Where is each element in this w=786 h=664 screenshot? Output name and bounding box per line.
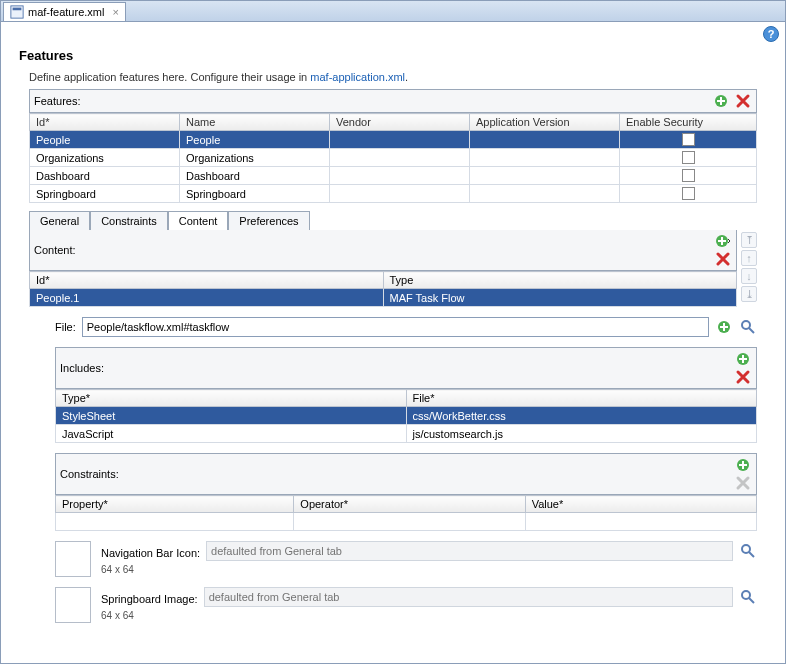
table-row[interactable]: SpringboardSpringboard [30,185,757,203]
page-title: Features [19,48,779,63]
col-id[interactable]: Id* [30,114,180,131]
includes-header: Includes: [55,347,757,389]
col-operator[interactable]: Operator* [294,496,525,513]
table-row[interactable]: OrganizationsOrganizations [30,149,757,167]
file-tab[interactable]: maf-feature.xml × [3,2,126,21]
delete-constraint-button [734,474,752,492]
tab-general[interactable]: General [29,211,90,230]
table-row[interactable]: People People [30,131,757,149]
table-row[interactable] [56,513,757,531]
nav-bar-icon-dimensions: 64 x 64 [101,564,757,575]
springboard-thumbnail [55,587,91,623]
col-content-type[interactable]: Type [383,272,737,289]
delete-content-button[interactable] [714,250,732,268]
file-tab-bar: maf-feature.xml × [1,1,785,22]
features-table[interactable]: Id* Name Vendor Application Version Enab… [29,113,757,203]
col-enable-security[interactable]: Enable Security [620,114,757,131]
intro-text: Define application features here. Config… [29,71,779,83]
springboard-image-input[interactable] [204,587,733,607]
enable-security-checkbox[interactable] [682,151,695,164]
nav-bar-icon-input[interactable] [206,541,733,561]
delete-feature-button[interactable] [734,92,752,110]
move-bottom-icon[interactable]: ⤓ [741,286,757,302]
includes-heading-label: Includes: [60,362,104,374]
col-include-type[interactable]: Type* [56,390,407,407]
nav-bar-icon-label: Navigation Bar Icon: [101,547,200,559]
col-vendor[interactable]: Vendor [330,114,470,131]
tab-preferences[interactable]: Preferences [228,211,309,230]
add-feature-button[interactable] [712,92,730,110]
constraints-heading-label: Constraints: [60,468,119,480]
file-label: File: [55,321,76,333]
col-property[interactable]: Property* [56,496,294,513]
content-table[interactable]: Id* Type People.1 MAF Task Flow [29,271,737,307]
col-value[interactable]: Value* [525,496,756,513]
close-icon[interactable]: × [112,6,118,18]
table-row[interactable]: StyleSheet css/WorkBetter.css [56,407,757,425]
delete-include-button[interactable] [734,368,752,386]
enable-security-checkbox[interactable] [682,133,695,146]
col-app-version[interactable]: Application Version [470,114,620,131]
nav-bar-icon-thumbnail [55,541,91,577]
nav-bar-icon-row: Navigation Bar Icon: 64 x 64 [55,541,757,577]
reorder-arrows: ⤒ ↑ ↓ ⤓ [741,232,757,307]
enable-security-checkbox[interactable] [682,169,695,182]
col-name[interactable]: Name [180,114,330,131]
editor-toolbar: ? [1,22,785,46]
svg-point-5 [742,321,750,329]
svg-point-9 [742,591,750,599]
feature-subtabs: General Constraints Content Preferences [29,211,757,230]
browse-file-button[interactable] [739,318,757,336]
constraints-table[interactable]: Property* Operator* Value* [55,495,757,531]
move-down-icon[interactable]: ↓ [741,268,757,284]
add-file-button[interactable] [715,318,733,336]
move-top-icon[interactable]: ⤒ [741,232,757,248]
add-include-button[interactable] [734,350,752,368]
constraints-header: Constraints: [55,453,757,495]
file-field-row: File: [55,317,757,337]
features-header: Features: [29,89,757,113]
includes-table[interactable]: Type* File* StyleSheet css/WorkBetter.cs… [55,389,757,443]
table-row[interactable]: JavaScript js/customsearch.js [56,425,757,443]
col-content-id[interactable]: Id* [30,272,384,289]
table-row[interactable]: DashboardDashboard [30,167,757,185]
add-constraint-button[interactable] [734,456,752,474]
tab-constraints[interactable]: Constraints [90,211,168,230]
springboard-image-row: Springboard Image: 64 x 64 [55,587,757,623]
tab-content[interactable]: Content [168,211,229,230]
xml-file-icon [10,5,24,19]
springboard-dimensions: 64 x 64 [101,610,757,621]
add-content-button[interactable] [714,232,732,250]
help-icon[interactable]: ? [763,26,779,42]
col-include-file[interactable]: File* [406,390,757,407]
maf-application-link[interactable]: maf-application.xml [310,71,405,83]
svg-point-8 [742,545,750,553]
table-row[interactable]: People.1 MAF Task Flow [30,289,737,307]
file-tab-title: maf-feature.xml [28,6,104,18]
move-up-icon[interactable]: ↑ [741,250,757,266]
browse-springboard-button[interactable] [739,588,757,606]
springboard-image-label: Springboard Image: [101,593,198,605]
svg-rect-1 [13,8,22,11]
enable-security-checkbox[interactable] [682,187,695,200]
features-heading-label: Features: [34,95,80,107]
browse-nav-icon-button[interactable] [739,542,757,560]
file-input[interactable] [82,317,709,337]
content-header: Content: [29,230,737,271]
content-heading-label: Content: [34,244,76,256]
